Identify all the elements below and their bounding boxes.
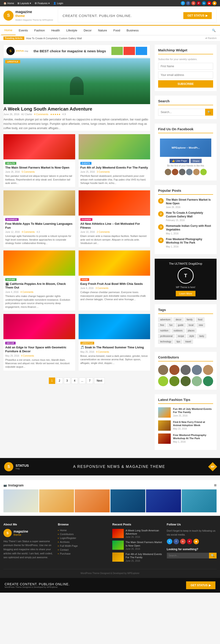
featured-comments[interactable]: 4 Comments — [34, 113, 48, 116]
header-banner-btn[interactable]: get STATUS — [183, 12, 212, 19]
nav-login-link[interactable]: 👤 Login — [53, 2, 63, 5]
instagram-img-1[interactable] — [3, 490, 38, 512]
post-title-languages[interactable]: Free Mobile Apps To Make Learning Langua… — [5, 222, 73, 230]
contributor-10[interactable] — [203, 376, 213, 386]
footer-link-contributors[interactable]: Contributors — [58, 533, 108, 536]
footer-pinterest-icon[interactable]: P — [187, 539, 192, 544]
twitter-icon[interactable]: T — [181, 1, 185, 5]
post-title-athletics[interactable]: All New Athletics Line – Get Motivated F… — [80, 222, 149, 230]
popular-post-title-4[interactable]: Free Weekend Photography Workshop At The… — [166, 238, 213, 245]
post-title-farmers-market[interactable]: The Main Street Farmers Market Is Now Op… — [5, 166, 73, 170]
tag-style[interactable]: style — [187, 334, 196, 338]
rss-icon[interactable]: ◉ — [213, 1, 217, 5]
fashion-tip-title-3[interactable]: Free Weekend Photography Workshop At The… — [173, 434, 213, 440]
footer-link-login[interactable]: Login/Register — [58, 537, 108, 540]
post-title-july4[interactable]: Fun 4th of July Weekend Events For The F… — [80, 166, 149, 170]
facebook-icon[interactable]: f — [186, 1, 190, 5]
post-title-acai[interactable]: Easy Fresh Fruit Acai Bowl With Chia See… — [80, 282, 149, 286]
tag-guide[interactable]: guide — [176, 323, 185, 327]
post-title-poppies[interactable]: 🎬 California Poppies Are In Bloom, Check… — [5, 282, 73, 290]
instagram-img-2[interactable] — [39, 490, 74, 512]
tag-outdoors[interactable]: outdoors — [172, 328, 185, 333]
nav-home-link[interactable]: 🏠 Home — [3, 2, 14, 5]
nav-item-lifestyle[interactable]: Lifestyle — [63, 26, 80, 35]
tag-technology[interactable]: technology — [158, 340, 173, 344]
cta-get-status-btn[interactable]: get STATUS — [186, 582, 216, 589]
footer-link-fullwidth[interactable]: Full Width Page — [58, 544, 108, 547]
nav-item-business[interactable]: Business — [123, 26, 142, 35]
trending-text[interactable]: How To Create A Completely Custom Galler… — [26, 37, 204, 40]
tag-free[interactable]: free — [158, 323, 166, 327]
nav-item-home[interactable]: Home — [1, 26, 15, 35]
footer-link-contact[interactable]: Contact — [58, 548, 108, 551]
contributor-9[interactable] — [192, 376, 202, 386]
nav-features-link[interactable]: ⚙ Features ▾ — [35, 2, 50, 5]
instagram-img-3[interactable] — [75, 490, 110, 512]
facebook-like-btn[interactable]: 👍 Like Page — [170, 159, 189, 163]
mailchimp-email-input[interactable] — [158, 72, 213, 78]
contributor-2[interactable] — [169, 365, 180, 375]
footer-post-title-3[interactable]: Fun 4th of July Weekend Events For The F… — [126, 552, 162, 559]
page-btn-7[interactable]: 7 — [87, 378, 93, 384]
contributor-3[interactable] — [181, 365, 191, 375]
gplus-icon[interactable]: G — [191, 1, 196, 5]
page-btn-2[interactable]: 2 — [56, 378, 63, 384]
post-title-geometric[interactable]: Add an Edge to Your Space with Geometric… — [5, 346, 73, 354]
tag-local[interactable]: local — [187, 323, 196, 327]
footer-link-archives[interactable]: Archives — [58, 540, 108, 543]
mailchimp-firstname-input[interactable] — [158, 63, 213, 70]
nav-item-fashion[interactable]: Fashion — [31, 26, 48, 35]
tag-adventure[interactable]: adventure — [158, 318, 172, 322]
get-total-learn-btn[interactable]: Learn More — [176, 291, 196, 296]
nav-item-food[interactable]: Food — [110, 26, 124, 35]
instagram-img-4[interactable] — [110, 490, 146, 512]
tag-new[interactable]: new — [197, 323, 205, 327]
pinterest-icon[interactable]: P — [197, 1, 201, 5]
tag-tips[interactable]: tips — [174, 340, 182, 344]
linkedin-icon[interactable]: in — [202, 1, 206, 5]
tag-places[interactable]: places — [186, 328, 197, 333]
contributor-7[interactable] — [169, 376, 180, 386]
footer-post-title-1[interactable]: A Week Long South American Adventure — [126, 529, 162, 536]
footer-gplus-icon[interactable]: G — [180, 539, 186, 544]
footer-search-btn[interactable]: 🔍 — [209, 553, 217, 558]
footer-post-title-2[interactable]: The Main Street Farmers Market Is Now Op… — [126, 540, 162, 547]
instagram-img-6[interactable] — [182, 490, 217, 512]
footer-link-home[interactable]: Home — [58, 529, 108, 532]
nav-item-health[interactable]: Health — [48, 26, 63, 35]
page-btn-3[interactable]: 3 — [64, 378, 70, 384]
search-submit-btn[interactable]: 🔍 — [205, 109, 213, 116]
nav-item-nature[interactable]: Nature — [95, 26, 110, 35]
footer-twitter-icon[interactable]: T — [167, 539, 172, 544]
tag-decor[interactable]: decor — [174, 318, 183, 322]
popular-post-title-3[interactable]: Homemade Indian Curry with Root Vegetabl… — [166, 224, 213, 232]
page-btn-next[interactable]: Next — [94, 378, 105, 384]
tag-food[interactable]: food — [196, 318, 205, 322]
fashion-tip-title-1[interactable]: Fun 4th of July Weekend Events For The F… — [173, 407, 213, 414]
footer-rss-icon[interactable]: ◉ — [194, 539, 199, 544]
facebook-share-btn[interactable]: Share — [191, 159, 202, 163]
tag-nutrition[interactable]: nutrition — [158, 328, 171, 333]
contributor-8[interactable] — [181, 376, 191, 386]
contributor-6[interactable] — [158, 376, 168, 386]
nav-item-decor[interactable]: Decor — [80, 26, 95, 35]
tag-fun[interactable]: fun — [167, 323, 175, 327]
nav-layouts-link[interactable]: ⊞ Layouts ▾ — [17, 2, 31, 5]
tag-travel[interactable]: travel — [183, 340, 193, 344]
search-input[interactable] — [158, 109, 205, 116]
popular-post-title-1[interactable]: The Main Street Farmers Market Is Now Op… — [166, 198, 213, 205]
trending-random[interactable]: ⇄ Random — [205, 37, 217, 40]
post-title-summer[interactable]: 🎵 Soak In The Relaxed Summer Time Living — [80, 346, 149, 350]
contributor-5[interactable] — [203, 365, 213, 375]
tag-recipe[interactable]: recipe — [176, 334, 186, 338]
popular-post-title-2[interactable]: How To Create A Completely Custom Galler… — [166, 211, 213, 218]
contributor-4[interactable] — [192, 365, 202, 375]
instagram-img-5[interactable] — [146, 490, 181, 512]
tag-family[interactable]: family — [185, 318, 195, 322]
nav-item-events[interactable]: Events — [15, 26, 31, 35]
fashion-tip-title-2[interactable]: Find A New Furry Friend at Animal Adopti… — [173, 420, 213, 427]
featured-post-title[interactable]: A Week Long South American Adventure — [3, 106, 150, 112]
footer-link-purchase[interactable]: Purchase — [58, 552, 108, 555]
youtube-icon[interactable]: ▶ — [207, 1, 211, 5]
page-btn-4[interactable]: 4 — [71, 378, 78, 384]
